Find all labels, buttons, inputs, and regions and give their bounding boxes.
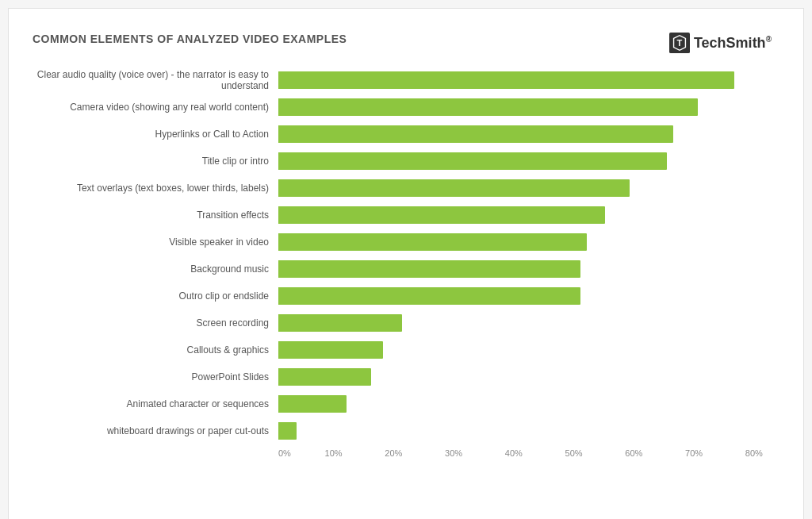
- chart-container: COMMON ELEMENTS OF ANALYZED VIDEO EXAMPL…: [8, 8, 804, 519]
- bars-wrapper: Clear audio quality (voice over) - the n…: [33, 69, 772, 458]
- bar-row: Title clip or intro: [33, 150, 772, 172]
- x-tick: 70%: [685, 448, 703, 458]
- bar-row: Screen recording: [33, 312, 772, 334]
- bar-label: Title clip or intro: [33, 156, 278, 167]
- bar-fill: [278, 233, 587, 251]
- bar-row: Text overlays (text boxes, lower thirds,…: [33, 177, 772, 199]
- x-tick: 80%: [745, 448, 763, 458]
- bar-label: Callouts & graphics: [33, 344, 278, 356]
- bar-label: Clear audio quality (voice over) - the n…: [33, 69, 278, 92]
- bar-fill: [278, 368, 371, 386]
- bar-track: [278, 125, 772, 143]
- bar-track: [278, 206, 772, 224]
- x-tick: 20%: [385, 448, 402, 458]
- bar-fill: [278, 422, 297, 440]
- bar-label: Transition effects: [33, 210, 278, 221]
- bar-fill: [278, 314, 402, 332]
- bar-label: whiteboard drawings or paper cut-outs: [33, 425, 278, 436]
- x-tick: 40%: [505, 448, 523, 458]
- bar-label: Camera video (showing any real world con…: [33, 102, 278, 113]
- bar-fill: [278, 395, 347, 413]
- bar-label: Text overlays (text boxes, lower thirds,…: [33, 183, 278, 194]
- bar-track: [278, 98, 772, 116]
- x-tick: 60%: [625, 448, 642, 458]
- bar-track: [278, 233, 772, 251]
- bar-row: Transition effects: [33, 204, 772, 226]
- bar-label: Background music: [33, 263, 278, 275]
- bar-row: Background music: [33, 258, 772, 280]
- bar-rows-container: Clear audio quality (voice over) - the n…: [33, 69, 772, 442]
- bar-track: [278, 260, 772, 278]
- bar-fill: [278, 206, 605, 224]
- bar-fill: [278, 179, 630, 197]
- bar-fill: [278, 260, 580, 278]
- bar-label: Animated character or sequences: [33, 398, 278, 409]
- bar-track: [278, 422, 772, 440]
- bar-track: [278, 368, 772, 386]
- bar-row: Outro clip or endslide: [33, 285, 772, 307]
- x-tick: 0%: [278, 448, 291, 458]
- bar-fill: [278, 98, 698, 116]
- bar-fill: [278, 125, 673, 143]
- techsmith-logo: T TechSmith®: [669, 33, 772, 53]
- bar-fill: [278, 152, 667, 170]
- bar-track: [278, 71, 772, 89]
- chart-title: COMMON ELEMENTS OF ANALYZED VIDEO EXAMPL…: [33, 33, 347, 45]
- techsmith-icon: T: [669, 33, 690, 53]
- x-tick: 10%: [325, 448, 343, 458]
- bar-row: Visible speaker in video: [33, 231, 772, 253]
- bar-track: [278, 152, 772, 170]
- bar-row: Callouts & graphics: [33, 339, 772, 361]
- bar-row: Hyperlinks or Call to Action: [33, 123, 772, 145]
- logo-text: TechSmith®: [694, 35, 772, 52]
- svg-text:T: T: [677, 38, 683, 48]
- bar-row: Animated character or sequences: [33, 393, 772, 415]
- x-tick: 50%: [565, 448, 583, 458]
- bar-label: Visible speaker in video: [33, 236, 278, 248]
- bar-row: whiteboard drawings or paper cut-outs: [33, 420, 772, 442]
- bar-fill: [278, 71, 734, 89]
- x-tick: 30%: [445, 448, 462, 458]
- bar-row: Camera video (showing any real world con…: [33, 96, 772, 118]
- x-axis: 0%10%20%30%40%50%60%70%80%: [33, 448, 772, 458]
- bar-track: [278, 287, 772, 305]
- bar-track: [278, 341, 772, 359]
- bar-label: Screen recording: [33, 317, 278, 329]
- bar-label: Outro clip or endslide: [33, 290, 278, 302]
- bar-track: [278, 314, 772, 332]
- bar-fill: [278, 341, 383, 359]
- bar-row: Clear audio quality (voice over) - the n…: [33, 69, 772, 91]
- bar-label: Hyperlinks or Call to Action: [33, 129, 278, 140]
- bar-label: PowerPoint Slides: [33, 371, 278, 383]
- bar-track: [278, 179, 772, 197]
- chart-header: COMMON ELEMENTS OF ANALYZED VIDEO EXAMPL…: [33, 33, 772, 53]
- bar-track: [278, 395, 772, 413]
- x-axis-ticks: 0%10%20%30%40%50%60%70%80%: [278, 448, 772, 458]
- bar-fill: [278, 287, 580, 305]
- bar-row: PowerPoint Slides: [33, 366, 772, 388]
